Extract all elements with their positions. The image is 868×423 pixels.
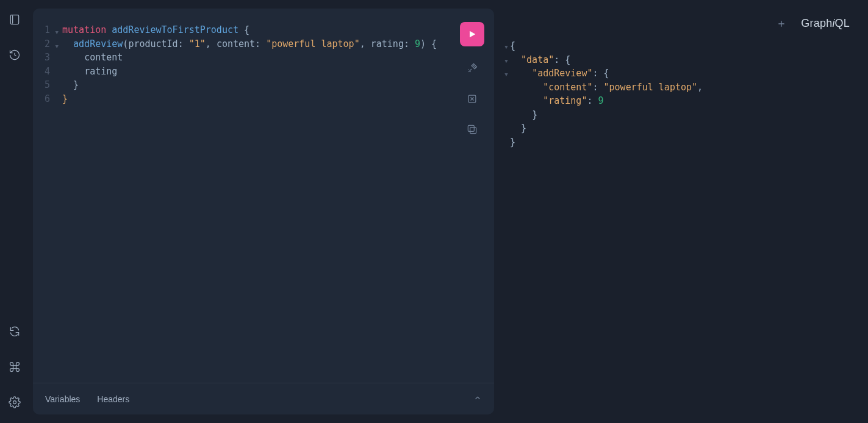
response-line: "rating": 9 <box>503 94 859 108</box>
line-number: 5 <box>33 78 59 92</box>
refresh-icon[interactable] <box>6 323 23 340</box>
code-line[interactable]: } <box>62 92 494 106</box>
fold-toggle-icon[interactable]: ▼ <box>503 40 510 54</box>
code-line[interactable]: } <box>62 78 494 92</box>
settings-icon[interactable] <box>6 394 23 411</box>
svg-rect-4 <box>468 125 474 131</box>
query-code[interactable]: mutation addReviewToFirstProduct { addRe… <box>62 23 494 383</box>
code-line[interactable]: mutation addReviewToFirstProduct { <box>62 23 494 37</box>
panels: 1▼2▼3456 mutation addReviewToFirstProduc… <box>33 9 859 414</box>
response-line: "content": "powerful laptop", <box>503 81 859 95</box>
line-number: 3 <box>33 51 59 65</box>
code-line[interactable]: content <box>62 51 494 65</box>
new-tab-button[interactable] <box>775 18 787 30</box>
svg-rect-3 <box>470 128 476 134</box>
sidebar <box>0 0 29 423</box>
line-number: 2▼ <box>33 37 59 51</box>
copy-icon[interactable] <box>464 121 481 138</box>
prettify-icon[interactable] <box>464 60 481 77</box>
line-number: 1▼ <box>33 23 59 37</box>
graphiql-logo: GraphiQL <box>801 17 850 30</box>
response-panel[interactable]: ▼{▼ "data": {▼ "addReview": { "content":… <box>503 9 859 414</box>
fold-toggle-icon[interactable]: ▼ <box>503 68 510 82</box>
sidebar-bottom <box>6 323 23 411</box>
query-editor-panel: 1▼2▼3456 mutation addReviewToFirstProduc… <box>33 9 494 414</box>
response-line: } <box>503 121 859 136</box>
query-editor[interactable]: 1▼2▼3456 mutation addReviewToFirstProduc… <box>33 9 494 383</box>
fold-toggle-icon[interactable]: ▼ <box>503 54 510 68</box>
sidebar-top <box>6 11 23 63</box>
app-root: GraphiQL 1▼2▼3456 mutation addReviewToFi… <box>0 0 868 423</box>
shortcuts-icon[interactable] <box>6 358 23 375</box>
editor-tools <box>460 22 484 138</box>
docs-icon[interactable] <box>6 11 23 28</box>
editor-footer: Variables Headers <box>33 383 494 414</box>
execute-button[interactable] <box>460 22 484 46</box>
svg-rect-0 <box>10 15 18 24</box>
response-line: } <box>503 136 859 150</box>
merge-icon[interactable] <box>464 90 481 107</box>
tab-variables[interactable]: Variables <box>45 394 80 404</box>
response-line: ▼{ <box>503 39 859 53</box>
response-line: ▼ "addReview": { <box>503 67 859 81</box>
main: GraphiQL 1▼2▼3456 mutation addReviewToFi… <box>29 0 868 423</box>
response-line: } <box>503 108 859 122</box>
response-line: ▼ "data": { <box>503 53 859 67</box>
svg-point-1 <box>13 401 16 404</box>
tab-headers[interactable]: Headers <box>97 394 129 404</box>
line-number: 4 <box>33 65 59 79</box>
history-icon[interactable] <box>6 46 23 63</box>
code-line[interactable]: addReview(productId: "1", content: "powe… <box>62 37 494 51</box>
line-number: 6 <box>33 92 59 106</box>
expand-footer-button[interactable] <box>473 394 482 404</box>
topbar: GraphiQL <box>775 17 850 30</box>
code-line[interactable]: rating <box>62 65 494 79</box>
line-gutter: 1▼2▼3456 <box>33 23 62 383</box>
